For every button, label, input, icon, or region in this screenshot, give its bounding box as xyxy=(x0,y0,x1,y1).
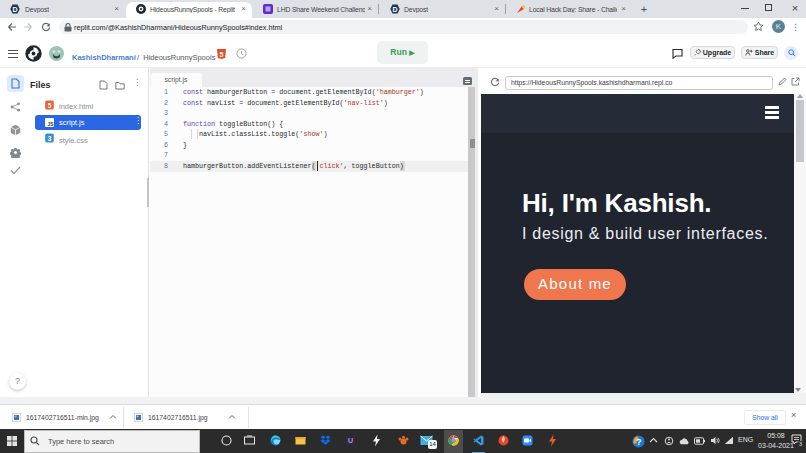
svg-text:JS: JS xyxy=(47,121,54,127)
svg-text:?: ? xyxy=(636,437,641,447)
svg-text:U: U xyxy=(348,436,353,445)
svg-text:5: 5 xyxy=(220,51,224,58)
svg-text:D: D xyxy=(13,6,18,13)
svg-text:D: D xyxy=(393,6,398,13)
svg-text:3: 3 xyxy=(48,135,52,142)
svg-text:5: 5 xyxy=(48,102,52,109)
